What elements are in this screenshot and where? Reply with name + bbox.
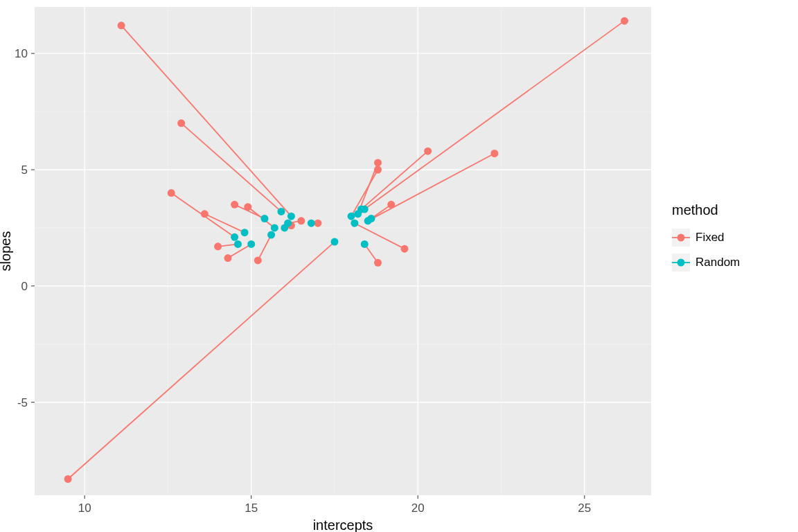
point-fixed <box>254 256 262 264</box>
point-random <box>260 215 268 222</box>
point-fixed <box>490 150 498 157</box>
point-fixed <box>168 189 175 197</box>
point-fixed <box>177 119 185 127</box>
y-tick-label: 5 <box>21 163 28 177</box>
point-fixed <box>118 21 125 29</box>
point-fixed <box>64 475 72 483</box>
point-random <box>308 220 315 227</box>
point-random <box>287 213 295 220</box>
point-random <box>364 217 372 224</box>
point-random <box>284 220 292 227</box>
x-tick-label: 10 <box>78 502 91 515</box>
legend-point-icon <box>677 259 685 267</box>
point-random <box>351 220 358 227</box>
legend-title: method <box>672 202 718 218</box>
point-random <box>234 240 242 248</box>
point-random <box>231 233 238 241</box>
point-fixed <box>297 217 305 224</box>
point-fixed <box>224 254 232 262</box>
point-fixed <box>374 159 382 166</box>
point-fixed <box>314 220 321 227</box>
legend-point-icon <box>677 234 685 242</box>
point-fixed <box>201 210 209 218</box>
point-fixed <box>231 201 238 209</box>
point-fixed <box>401 245 409 253</box>
chart-container: 10152025-50510interceptsslopesmethodFixe… <box>0 0 798 532</box>
point-fixed <box>374 166 382 174</box>
point-fixed <box>387 201 395 209</box>
point-random <box>247 240 255 248</box>
point-random <box>330 238 338 246</box>
point-random <box>271 224 278 231</box>
point-random <box>278 208 285 215</box>
point-random <box>267 231 275 239</box>
point-fixed <box>244 203 251 211</box>
y-tick-label: 0 <box>21 280 28 293</box>
point-fixed <box>374 259 382 267</box>
legend-label: Fixed <box>695 231 725 244</box>
point-fixed <box>621 17 628 25</box>
y-tick-label: -5 <box>17 396 28 409</box>
point-fixed <box>424 148 432 155</box>
plot-panel <box>35 7 651 495</box>
scatter-chart: 10152025-50510interceptsslopesmethodFixe… <box>0 0 798 532</box>
point-random <box>361 240 369 248</box>
y-tick-label: 10 <box>15 47 28 60</box>
y-axis-title: slopes <box>0 231 13 272</box>
point-fixed <box>214 242 222 250</box>
x-tick-label: 20 <box>411 502 425 515</box>
point-random <box>241 229 249 236</box>
point-random <box>361 206 369 213</box>
x-tick-label: 25 <box>578 502 591 515</box>
x-axis-title: intercepts <box>313 517 373 532</box>
legend-label: Random <box>695 256 740 269</box>
x-tick-label: 15 <box>245 502 258 515</box>
point-random <box>348 213 355 220</box>
